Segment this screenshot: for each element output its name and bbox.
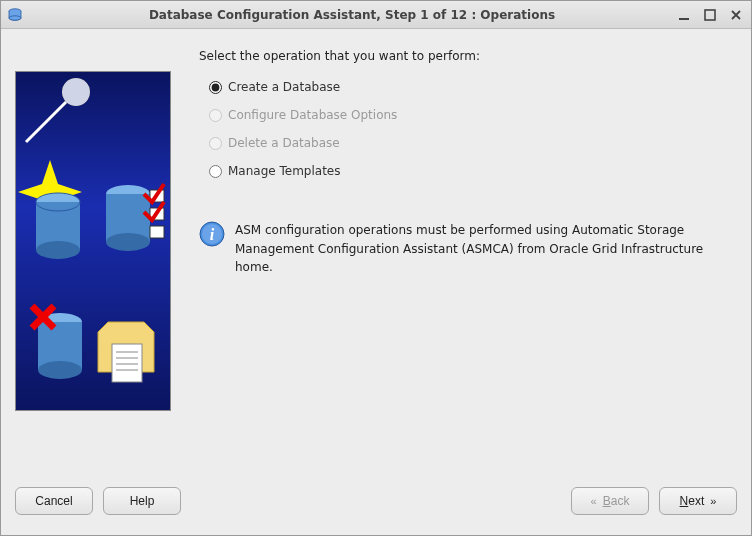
- svg-rect-21: [112, 344, 142, 382]
- back-label: Back: [603, 494, 630, 508]
- back-button: « Back: [571, 487, 649, 515]
- chevron-right-icon: »: [710, 496, 716, 507]
- cancel-button[interactable]: Cancel: [15, 487, 93, 515]
- info-text: ASM configuration operations must be per…: [235, 221, 737, 277]
- main-panel: Select the operation that you want to pe…: [199, 43, 737, 479]
- svg-point-20: [38, 361, 82, 379]
- wizard-graphic: [15, 71, 171, 479]
- window-controls: [675, 7, 745, 23]
- operation-radio-group: Create a Database Configure Database Opt…: [209, 73, 737, 185]
- radio-configure: [209, 109, 222, 122]
- option-delete-database: Delete a Database: [209, 129, 737, 157]
- option-configure-database: Configure Database Options: [209, 101, 737, 129]
- radio-templates[interactable]: [209, 165, 222, 178]
- radio-delete-label: Delete a Database: [228, 136, 340, 150]
- option-create-database[interactable]: Create a Database: [209, 73, 737, 101]
- wizard-window: Database Configuration Assistant, Step 1…: [0, 0, 752, 536]
- svg-rect-2: [679, 18, 689, 20]
- svg-point-6: [62, 78, 90, 106]
- svg-point-1: [9, 15, 21, 19]
- close-button[interactable]: [727, 7, 745, 23]
- svg-rect-17: [150, 226, 164, 238]
- button-bar: Cancel Help « Back Next »: [1, 479, 751, 535]
- app-icon: [7, 7, 23, 23]
- titlebar: Database Configuration Assistant, Step 1…: [1, 1, 751, 29]
- option-manage-templates[interactable]: Manage Templates: [209, 157, 737, 185]
- svg-rect-3: [705, 10, 715, 20]
- svg-point-10: [36, 241, 80, 259]
- maximize-button[interactable]: [701, 7, 719, 23]
- radio-delete: [209, 137, 222, 150]
- help-button[interactable]: Help: [103, 487, 181, 515]
- radio-configure-label: Configure Database Options: [228, 108, 397, 122]
- svg-point-14: [106, 233, 150, 251]
- minimize-button[interactable]: [675, 7, 693, 23]
- window-title: Database Configuration Assistant, Step 1…: [29, 8, 675, 22]
- next-label: Next: [680, 494, 705, 508]
- radio-templates-label[interactable]: Manage Templates: [228, 164, 341, 178]
- cancel-label: Cancel: [35, 494, 72, 508]
- info-message: i ASM configuration operations must be p…: [199, 221, 737, 277]
- next-button[interactable]: Next »: [659, 487, 737, 515]
- content-area: Select the operation that you want to pe…: [1, 29, 751, 479]
- radio-create[interactable]: [209, 81, 222, 94]
- info-icon: i: [199, 221, 225, 247]
- help-label: Help: [130, 494, 155, 508]
- instruction-text: Select the operation that you want to pe…: [199, 49, 737, 63]
- chevron-left-icon: «: [591, 496, 597, 507]
- svg-text:i: i: [210, 226, 215, 243]
- radio-create-label[interactable]: Create a Database: [228, 80, 340, 94]
